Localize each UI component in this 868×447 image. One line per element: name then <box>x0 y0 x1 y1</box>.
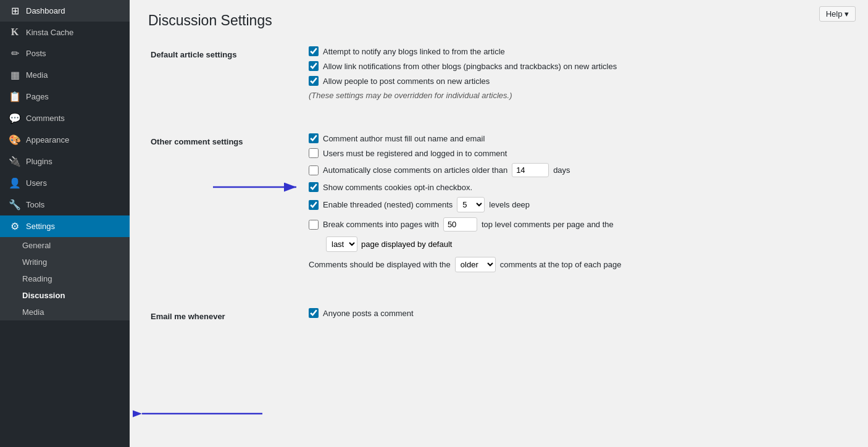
override-note: (These settings may be overridden for in… <box>309 91 847 100</box>
auto-close-days-input[interactable] <box>512 163 549 177</box>
sidebar: ⊞ Dashboard K Kinsta Cache ✏ Posts ▦ Med… <box>0 0 130 447</box>
sidebar-item-media[interactable]: ▦ Media <box>0 64 130 86</box>
label-registered-only: Users must be registered and logged in t… <box>323 149 507 158</box>
section-content-email: Anyone posts a comment <box>303 303 849 328</box>
label-cookies-optin: Show comments cookies opt-in checkbox. <box>323 183 472 192</box>
section-content-default: Attempt to notify any blogs linked to fr… <box>303 41 849 107</box>
label-author-name: Comment author must fill out name and em… <box>323 134 485 143</box>
display-order-suffix: comments at the top of each page <box>500 260 622 269</box>
sidebar-label-tools: Tools <box>26 200 44 209</box>
label-anyone-posts: Anyone posts a comment <box>323 309 414 318</box>
sidebar-label-plugins: Plugins <box>26 157 52 166</box>
label-notify-blogs: Attempt to notify any blogs linked to fr… <box>323 47 505 56</box>
kinsta-icon: K <box>9 27 21 38</box>
option-auto-close: Automatically close comments on articles… <box>309 163 847 177</box>
page-display-row: last first page displayed by default <box>326 236 847 252</box>
sidebar-label-kinsta: Kinsta Cache <box>26 28 73 37</box>
section-label-email: Email me whenever <box>148 303 303 328</box>
section-label-other: Other comment settings <box>148 128 303 282</box>
arrow-cookies <box>213 180 303 194</box>
submenu-media-sub[interactable]: Media <box>0 304 130 320</box>
sidebar-label-pages: Pages <box>26 92 49 101</box>
label-auto-close: Automatically close comments on articles… <box>323 165 507 175</box>
section-other-comment: Other comment settings Comment author mu… <box>148 128 849 282</box>
checkbox-notify-blogs[interactable] <box>309 46 319 56</box>
option-cookies-optin: Show comments cookies opt-in checkbox. <box>309 182 847 192</box>
comments-icon: 💬 <box>9 112 21 124</box>
checkbox-anyone-posts[interactable] <box>309 308 319 318</box>
display-order-prefix: Comments should be displayed with the <box>309 260 451 269</box>
checkbox-threaded[interactable] <box>309 200 319 210</box>
checkbox-allow-pingbacks[interactable] <box>309 61 319 71</box>
sidebar-item-pages[interactable]: 📋 Pages <box>0 86 130 107</box>
sidebar-label-settings: Settings <box>26 222 55 231</box>
auto-close-days-suffix: days <box>553 165 570 175</box>
page-display-select[interactable]: last first <box>326 236 357 252</box>
sidebar-item-settings[interactable]: ⚙ Settings <box>0 215 130 237</box>
checkbox-author-name[interactable] <box>309 133 319 143</box>
sidebar-label-posts: Posts <box>26 49 46 58</box>
sidebar-label-media: Media <box>26 70 48 80</box>
sidebar-item-tools[interactable]: 🔧 Tools <box>0 194 130 215</box>
page-display-suffix: page displayed by default <box>361 240 452 249</box>
checkbox-cookies-optin[interactable] <box>309 182 319 192</box>
submenu-writing[interactable]: Writing <box>0 254 130 270</box>
sidebar-item-dashboard[interactable]: ⊞ Dashboard <box>0 0 130 22</box>
pages-icon: 📋 <box>9 91 21 102</box>
label-allow-comments: Allow people to post comments on new art… <box>323 77 490 86</box>
option-break-pages: Break comments into pages with top level… <box>309 217 847 232</box>
section-default-article: Default article settings Attempt to noti… <box>148 41 849 107</box>
comments-per-page-input[interactable] <box>443 217 477 232</box>
checkbox-auto-close[interactable] <box>309 165 319 175</box>
settings-submenu: General Writing Reading Discussion Media <box>0 237 130 320</box>
submenu-discussion[interactable]: Discussion <box>0 287 130 304</box>
sidebar-item-users[interactable]: 👤 Users <box>0 172 130 194</box>
users-icon: 👤 <box>9 177 21 189</box>
checkbox-registered-only[interactable] <box>309 148 319 158</box>
sidebar-label-dashboard: Dashboard <box>26 6 65 15</box>
option-anyone-posts: Anyone posts a comment <box>309 308 847 318</box>
help-button[interactable]: Help ▾ <box>819 6 856 22</box>
option-registered-only: Users must be registered and logged in t… <box>309 148 847 158</box>
settings-icon: ⚙ <box>9 220 21 232</box>
sidebar-item-comments[interactable]: 💬 Comments <box>0 107 130 129</box>
sidebar-item-plugins[interactable]: 🔌 Plugins <box>0 151 130 172</box>
section-email-whenever: Email me whenever Anyone posts a comment <box>148 303 849 328</box>
tools-icon: 🔧 <box>9 199 21 211</box>
sidebar-label-comments: Comments <box>26 114 65 123</box>
option-allow-comments: Allow people to post comments on new art… <box>309 76 847 86</box>
sidebar-label-appearance: Appearance <box>26 135 69 144</box>
threaded-depth-select[interactable]: 1234 5678 910 <box>457 197 485 212</box>
help-label: Help ▾ <box>826 9 849 19</box>
option-notify-blogs: Attempt to notify any blogs linked to fr… <box>309 46 847 56</box>
sidebar-item-appearance[interactable]: 🎨 Appearance <box>0 129 130 151</box>
submenu-general[interactable]: General <box>0 237 130 254</box>
arrow-discussion <box>133 406 262 421</box>
posts-icon: ✏ <box>9 48 21 59</box>
option-author-name: Comment author must fill out name and em… <box>309 133 847 143</box>
main-content: Help ▾ Discussion Settings Default artic… <box>130 0 868 447</box>
plugins-icon: 🔌 <box>9 156 21 167</box>
display-order-row: Comments should be displayed with the ol… <box>309 257 847 272</box>
break-pages-suffix: top level comments per page and the <box>482 220 614 229</box>
sidebar-item-posts[interactable]: ✏ Posts <box>0 43 130 64</box>
option-threaded-comments: Enable threaded (nested) comments 1234 5… <box>309 197 847 212</box>
page-title: Discussion Settings <box>148 12 849 29</box>
settings-table: Default article settings Attempt to noti… <box>148 41 849 328</box>
label-break-pages: Break comments into pages with <box>323 220 439 229</box>
checkbox-allow-comments[interactable] <box>309 76 319 86</box>
section-content-other: Comment author must fill out name and em… <box>303 128 849 282</box>
submenu-reading[interactable]: Reading <box>0 270 130 287</box>
dashboard-icon: ⊞ <box>9 5 21 17</box>
section-label-default: Default article settings <box>148 41 303 107</box>
appearance-icon: 🎨 <box>9 134 21 146</box>
sidebar-item-kinsta[interactable]: K Kinsta Cache <box>0 22 130 43</box>
sidebar-label-users: Users <box>26 178 47 188</box>
option-allow-pingbacks: Allow link notifications from other blog… <box>309 61 847 71</box>
label-allow-pingbacks: Allow link notifications from other blog… <box>323 62 617 71</box>
label-threaded: Enable threaded (nested) comments <box>323 200 453 209</box>
media-icon: ▦ <box>9 69 21 81</box>
display-order-select[interactable]: older newer <box>455 257 496 272</box>
checkbox-break-pages[interactable] <box>309 220 319 230</box>
threaded-levels-suffix: levels deep <box>489 200 530 209</box>
